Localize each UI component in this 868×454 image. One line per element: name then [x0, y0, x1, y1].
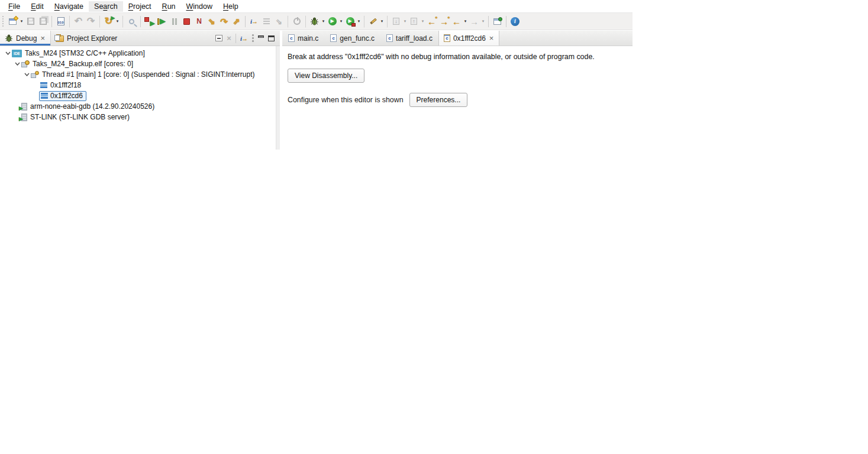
refresh-launch-button[interactable]: ↻▶ [103, 16, 114, 27]
external-tools-dropdown[interactable]: ▾ [356, 19, 362, 24]
view-disassembly-button[interactable]: View Disassembly... [288, 69, 364, 83]
maximize-view-button[interactable] [268, 35, 275, 41]
chevron-expanded-icon[interactable] [13, 62, 21, 66]
information-button[interactable]: i [509, 16, 521, 27]
chevron-expanded-icon[interactable] [22, 73, 31, 76]
previous-edit-location-button[interactable]: ←* [426, 16, 437, 27]
save-all-button[interactable] [37, 16, 49, 27]
debug-launch-dropdown[interactable]: ▾ [321, 19, 326, 24]
tab-project-explorer[interactable]: Project Explorer [51, 31, 122, 46]
save-icon [27, 18, 34, 25]
debug-launch-button[interactable] [309, 16, 320, 27]
tab-main-c[interactable]: c main.c [282, 31, 324, 46]
search-button[interactable] [126, 16, 137, 27]
external-tools-button[interactable]: ▶ [344, 16, 356, 27]
view-instruction-stepping-button[interactable]: i→ [240, 35, 248, 42]
menu-run[interactable]: Run [157, 1, 181, 12]
view-menu-button[interactable] [252, 34, 254, 42]
run-icon: ▶ [328, 17, 337, 25]
menu-file[interactable]: File [3, 1, 25, 12]
minimize-view-button[interactable] [258, 35, 264, 38]
tab-close-icon[interactable]: × [489, 34, 495, 42]
run-launch-button[interactable]: ▶ [327, 16, 338, 27]
preferences-button[interactable]: Preferences... [409, 93, 468, 107]
menu-edit[interactable]: Edit [25, 1, 49, 12]
new-wizard-dropdown[interactable]: ▾ [19, 19, 24, 24]
tree-row-stlink-process[interactable]: ▶ ST-LINK (ST-LINK GDB server) [0, 112, 276, 122]
terminate-button[interactable] [181, 16, 192, 27]
ide-window: File Edit Navigate Search Project Run Wi… [0, 0, 633, 30]
marker-pen-dropdown[interactable]: ▾ [379, 19, 385, 24]
process-icon: ▶ [21, 114, 27, 121]
build-button[interactable]: 010 [55, 16, 66, 27]
menu-search[interactable]: Search [89, 1, 123, 12]
debug-view: Debug × Project Explorer × i→ IDE [0, 31, 280, 122]
instruction-stepping-button[interactable]: i→ [249, 16, 260, 27]
marker-pen-button[interactable] [367, 16, 379, 27]
tab-main-c-label: main.c [298, 34, 318, 43]
step-return-button[interactable]: ⇗ [231, 16, 242, 27]
next-annotation-dropdown[interactable]: ▾ [402, 19, 408, 24]
c-file-icon: c [288, 34, 295, 42]
resume-button[interactable]: ▶ [156, 16, 167, 27]
menu-help[interactable]: Help [218, 1, 244, 12]
tab-gen-func-c[interactable]: c gen_func.c [324, 31, 380, 46]
suspend-icon [172, 18, 177, 25]
tab-0x1fff2cd6[interactable]: c 0x1fff2cd6 × [438, 31, 500, 46]
terminate-relaunch-button[interactable]: ▶ [144, 16, 155, 27]
external-tools-icon: ▶ [346, 17, 354, 25]
next-edit-location-button[interactable]: →* [438, 16, 450, 27]
debug-view-toolbar: × i→ [215, 31, 280, 46]
process-icon: ▶ [21, 103, 27, 111]
next-annotation-button[interactable]: ↓ [391, 16, 402, 27]
suspend-button[interactable] [169, 16, 180, 27]
back-button[interactable]: ← [451, 16, 462, 27]
debug-bug-icon [5, 34, 13, 43]
connect-target-button[interactable] [291, 16, 302, 27]
save-button[interactable] [25, 16, 36, 27]
tree-row-stack-frame[interactable]: 0x1fff2f18 [0, 80, 276, 90]
menu-window[interactable]: Window [181, 1, 218, 12]
forward-button[interactable]: → [469, 16, 480, 27]
chevron-expanded-icon[interactable] [4, 51, 12, 55]
tab-debug[interactable]: Debug × [0, 31, 51, 46]
step-filters-button[interactable] [261, 16, 272, 27]
step-over-button[interactable]: ↷ [218, 16, 230, 27]
tree-row-gdb-process[interactable]: ▶ arm-none-eabi-gdb (14.2.90.20240526) [0, 101, 276, 112]
redo-button[interactable]: ↷ [85, 16, 96, 27]
tab-project-explorer-label: Project Explorer [67, 34, 117, 43]
tab-gen-func-c-label: gen_func.c [340, 34, 375, 43]
tree-row-launch-config[interactable]: IDE Taks_M24 [STM32 C/C++ Application] [0, 48, 276, 59]
debug-view-tabbar: Debug × Project Explorer × i→ [0, 31, 280, 46]
menu-navigate[interactable]: Navigate [49, 1, 89, 12]
tab-tariff-load-c[interactable]: c tariff_load.c [380, 31, 438, 46]
debug-view-scrollbar[interactable] [276, 46, 280, 150]
remove-all-terminated-button[interactable]: × [227, 34, 231, 43]
tab-tariff-load-c-label: tariff_load.c [396, 34, 433, 43]
run-launch-dropdown[interactable]: ▾ [338, 19, 344, 24]
forward-dropdown[interactable]: ▾ [480, 19, 486, 24]
terminate-icon [183, 18, 190, 25]
refresh-launch-dropdown[interactable]: ▾ [115, 19, 120, 24]
disconnect-button[interactable]: N [193, 16, 205, 27]
new-wizard-button[interactable] [7, 16, 18, 27]
pin-editor-button[interactable] [492, 16, 503, 27]
restart-button[interactable]: ⇘ [273, 16, 285, 27]
next-annotation-icon: ↓ [393, 18, 399, 25]
resume-icon [157, 18, 159, 25]
save-all-icon [40, 18, 47, 25]
tree-row-elf[interactable]: Taks_M24_Backup.elf [cores: 0] [0, 59, 276, 69]
menu-project[interactable]: Project [123, 1, 157, 12]
previous-annotation-button[interactable]: ↑ [408, 16, 420, 27]
collapse-all-button[interactable] [215, 35, 222, 41]
tab-debug-close-icon[interactable]: × [40, 34, 46, 42]
step-into-button[interactable]: ⇘ [206, 16, 217, 27]
tree-row-stack-frame-selected[interactable]: 0x1fff2cd6 [0, 90, 276, 101]
back-dropdown[interactable]: ▾ [463, 19, 468, 24]
previous-annotation-dropdown[interactable]: ▾ [420, 19, 425, 24]
stack-frame-icon [40, 82, 47, 88]
stm32-launch-icon: IDE [12, 50, 22, 57]
tree-row-thread[interactable]: Thread #1 [main] 1 [core: 0] (Suspended … [0, 69, 276, 80]
break-message: Break at address "0x1fff2cd6" with no de… [288, 53, 628, 61]
undo-button[interactable]: ↶ [73, 16, 84, 27]
